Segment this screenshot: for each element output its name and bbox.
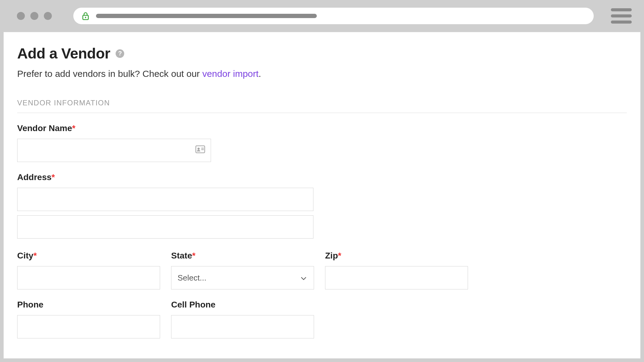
subtitle-prefix: Prefer to add vendors in bulk? Check out… xyxy=(17,69,202,79)
address-bar[interactable] xyxy=(73,8,594,24)
window-close-button[interactable] xyxy=(17,12,25,20)
window-controls xyxy=(17,12,52,20)
address-line2-wrap xyxy=(17,215,313,239)
address-line2-input[interactable] xyxy=(24,216,307,238)
label-text: Vendor Name xyxy=(17,123,72,133)
help-icon[interactable]: ? xyxy=(116,49,124,58)
phone-input[interactable] xyxy=(24,315,154,338)
window-maximize-button[interactable] xyxy=(44,12,52,20)
field-cell-phone: Cell Phone xyxy=(171,300,314,338)
vendor-name-label: Vendor Name* xyxy=(17,123,627,133)
browser-window: Add a Vendor ? Prefer to add vendors in … xyxy=(0,0,644,362)
section-header: VENDOR INFORMATION xyxy=(17,99,627,113)
subtitle: Prefer to add vendors in bulk? Check out… xyxy=(17,69,627,79)
page-frame: Add a Vendor ? Prefer to add vendors in … xyxy=(3,32,641,359)
field-phone: Phone xyxy=(17,300,160,338)
field-state: State* Select... xyxy=(171,251,314,289)
vendor-import-link[interactable]: vendor import xyxy=(202,69,259,79)
subtitle-suffix: . xyxy=(259,69,261,79)
hamburger-menu-button[interactable] xyxy=(611,8,632,24)
window-minimize-button[interactable] xyxy=(30,12,38,20)
field-city: City* xyxy=(17,251,160,289)
vendor-name-input-wrap xyxy=(17,139,211,162)
page-content: Add a Vendor ? Prefer to add vendors in … xyxy=(4,32,640,338)
city-input[interactable] xyxy=(24,266,154,289)
zip-input[interactable] xyxy=(332,266,462,289)
state-selected-text: Select... xyxy=(178,273,206,283)
state-select[interactable]: Select... xyxy=(171,266,314,289)
label-text: State xyxy=(171,251,192,260)
svg-rect-4 xyxy=(201,148,204,149)
cell-phone-input[interactable] xyxy=(178,315,308,338)
svg-point-3 xyxy=(197,148,200,150)
help-glyph: ? xyxy=(118,50,122,57)
hamburger-icon xyxy=(611,8,632,11)
zip-label: Zip* xyxy=(325,251,468,261)
vendor-name-input[interactable] xyxy=(24,139,205,162)
hamburger-icon xyxy=(611,14,632,17)
required-marker: * xyxy=(52,172,55,182)
phone-row: Phone Cell Phone xyxy=(17,300,627,338)
phone-label: Phone xyxy=(17,300,160,310)
cell-phone-label: Cell Phone xyxy=(171,300,314,310)
state-label: State* xyxy=(171,251,314,261)
url-placeholder xyxy=(96,14,317,18)
browser-chrome xyxy=(0,0,644,32)
page-title: Add a Vendor xyxy=(17,45,110,62)
phone-input-wrap xyxy=(17,315,160,338)
city-label: City* xyxy=(17,251,160,261)
city-input-wrap xyxy=(17,266,160,289)
svg-rect-1 xyxy=(85,17,86,18)
label-text: Address xyxy=(17,172,52,182)
address-line1-input[interactable] xyxy=(24,188,307,211)
required-marker: * xyxy=(72,123,75,133)
required-marker: * xyxy=(192,251,195,260)
address-label: Address* xyxy=(17,172,627,182)
cell-phone-input-wrap xyxy=(171,315,314,338)
address-line1-wrap xyxy=(17,188,313,211)
svg-rect-5 xyxy=(201,149,204,150)
hamburger-icon xyxy=(611,21,632,24)
zip-input-wrap xyxy=(325,266,468,289)
city-state-zip-row: City* State* Select... xyxy=(17,251,627,289)
required-marker: * xyxy=(338,251,341,260)
field-zip: Zip* xyxy=(325,251,468,289)
id-card-icon xyxy=(195,145,205,156)
field-address: Address* xyxy=(17,172,627,239)
field-vendor-name: Vendor Name* xyxy=(17,123,627,162)
required-marker: * xyxy=(33,251,37,260)
lock-icon xyxy=(82,12,89,20)
page-title-row: Add a Vendor ? xyxy=(17,45,627,62)
label-text: Zip xyxy=(325,251,338,260)
label-text: City xyxy=(17,251,33,260)
chevron-down-icon xyxy=(301,273,306,283)
